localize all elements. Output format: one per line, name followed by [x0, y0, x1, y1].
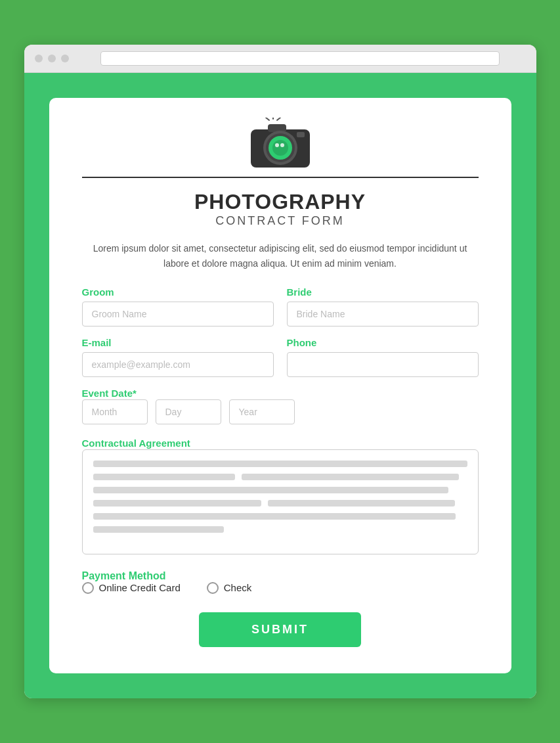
bride-input[interactable] — [287, 302, 479, 326]
bride-label: Bride — [287, 286, 479, 298]
contractual-section: Contractual Agreement — [82, 438, 479, 554]
event-date-section: Event Date* — [82, 388, 479, 424]
submit-button[interactable]: SUBMIT — [199, 612, 361, 647]
email-input[interactable] — [82, 352, 274, 377]
event-date-label: Event Date* — [82, 388, 137, 399]
groom-group: Groom — [82, 286, 274, 326]
phone-group: Phone — [287, 337, 479, 377]
month-input[interactable] — [82, 399, 148, 424]
email-phone-row: E-mail Phone — [82, 337, 479, 377]
camera-icon — [244, 118, 316, 170]
text-line-2a — [93, 474, 236, 480]
form-description: Lorem ipsum dolor sit amet, consectetur … — [82, 241, 479, 271]
groom-bride-row: Groom Bride — [82, 286, 479, 326]
form-title: PHOTOGRAPHY CONTRACT FORM — [82, 190, 479, 228]
year-input[interactable] — [229, 399, 295, 424]
url-bar — [100, 51, 500, 66]
email-label: E-mail — [82, 337, 274, 348]
svg-line-0 — [266, 118, 269, 120]
browser-bar — [24, 45, 536, 73]
text-line-4a — [93, 500, 262, 507]
credit-card-option[interactable]: Online Credit Card — [82, 582, 181, 594]
check-label: Check — [224, 582, 252, 593]
text-line-2b — [242, 474, 459, 480]
groom-input[interactable] — [82, 302, 274, 326]
check-radio[interactable] — [207, 582, 219, 594]
phone-label: Phone — [287, 337, 479, 348]
form-container: PHOTOGRAPHY CONTRACT FORM Lorem ipsum do… — [49, 98, 511, 673]
browser-dot-2 — [48, 55, 56, 62]
svg-line-2 — [277, 118, 280, 120]
credit-card-label: Online Credit Card — [99, 582, 181, 593]
svg-point-9 — [275, 143, 279, 147]
svg-rect-11 — [297, 132, 305, 137]
email-group: E-mail — [82, 337, 274, 377]
credit-card-radio[interactable] — [82, 582, 94, 594]
title-main: PHOTOGRAPHY — [82, 190, 479, 214]
day-input[interactable] — [156, 399, 221, 424]
browser-dot-1 — [35, 55, 43, 62]
groom-label: Groom — [82, 286, 274, 298]
browser-dot-3 — [61, 55, 69, 62]
contract-text-area[interactable] — [82, 449, 479, 554]
payment-label: Payment Method — [82, 570, 166, 581]
svg-rect-4 — [268, 124, 286, 132]
text-line-5 — [93, 513, 456, 520]
submit-wrapper: SUBMIT — [82, 612, 479, 647]
title-sub: CONTRACT FORM — [82, 214, 479, 228]
text-line-4b — [268, 500, 455, 507]
date-inputs — [82, 399, 479, 424]
bride-group: Bride — [287, 286, 479, 326]
contractual-label: Contractual Agreement — [82, 438, 190, 449]
payment-options: Online Credit Card Check — [82, 582, 479, 594]
camera-icon-wrapper — [82, 118, 479, 170]
phone-input[interactable] — [287, 352, 479, 377]
text-line-6 — [93, 526, 225, 533]
payment-section: Payment Method Online Credit Card Check — [82, 570, 479, 594]
browser-window: PHOTOGRAPHY CONTRACT FORM Lorem ipsum do… — [24, 45, 536, 698]
svg-point-10 — [280, 143, 284, 147]
header-divider — [82, 177, 479, 178]
text-line-1 — [93, 461, 467, 467]
check-option[interactable]: Check — [207, 582, 252, 594]
svg-point-8 — [272, 140, 288, 156]
text-line-3 — [93, 487, 449, 493]
